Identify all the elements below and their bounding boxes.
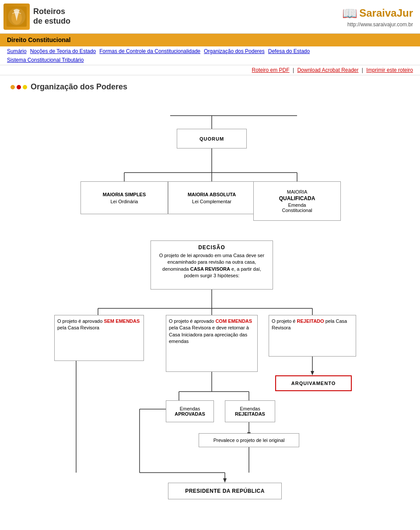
title-dots bbox=[10, 85, 27, 89]
decisao-box: DECISÃO O projeto de lei aprovado em uma… bbox=[150, 240, 273, 290]
download-acrobat-link[interactable]: Download Acrobat Reader bbox=[297, 67, 358, 73]
nav-defesa[interactable]: Defesa do Estado bbox=[268, 48, 310, 54]
saraiva-brand: 📖 SaraivaJur bbox=[342, 6, 413, 21]
maioria-absoluta-box: MAIORIA ABSOLUTA Lei Complementar bbox=[168, 181, 256, 214]
com-emendas-box: O projeto é aprovado COM EMENDAS pela Ca… bbox=[166, 315, 258, 372]
svg-point-1 bbox=[11, 11, 22, 25]
quorum-box: QUORUM bbox=[177, 129, 247, 148]
decisao-body: O projeto de lei aprovado em uma Casa de… bbox=[154, 252, 269, 279]
svg-marker-28 bbox=[223, 478, 227, 483]
svg-marker-15 bbox=[311, 371, 314, 375]
svg-rect-0 bbox=[7, 7, 27, 27]
maioria-simples-box: MAIORIA SIMPLES Lei Ordinária bbox=[80, 181, 168, 214]
nav-bar: Direito Constitucional bbox=[0, 34, 420, 46]
book-icon: 📖 bbox=[342, 6, 357, 21]
dot-1 bbox=[10, 85, 15, 89]
presidente-box: PRESIDENTE DA REPÚBLICA bbox=[168, 483, 282, 499]
roteiro-pdf-link[interactable]: Roteiro em PDF bbox=[252, 67, 290, 73]
nav-title: Direito Constitucional bbox=[0, 34, 77, 46]
emendas-rejeitadas-box: Emendas REJEITADAS bbox=[225, 400, 275, 422]
main-content: Organização dos Poderes bbox=[0, 75, 420, 502]
nav-nocoes[interactable]: Noções de Teoria do Estado bbox=[30, 48, 96, 54]
brand-name: SaraivaJur bbox=[359, 7, 413, 19]
prevalece-box: Prevalece o projeto de lei original bbox=[199, 433, 299, 447]
arquivamento-box: ARQUIVAMENTO bbox=[275, 375, 352, 391]
pdf-bar: Roteiro em PDF | Download Acrobat Reader… bbox=[0, 65, 420, 75]
maioria-qualificada-box: MAIORIA QUALIFICADA Emenda Constituciona… bbox=[253, 181, 341, 221]
dot-2 bbox=[17, 85, 21, 89]
imprimir-link[interactable]: Imprimir este roteiro bbox=[366, 67, 413, 73]
brand-url: http://www.saraivajur.com.br bbox=[342, 21, 413, 28]
nav-organizacao[interactable]: Organização dos Poderes bbox=[204, 48, 265, 54]
flowchart: QUORUM MAIORIA SIMPLES Lei Ordinária MAI… bbox=[10, 100, 410, 495]
header: Roteiros de estudo 📖 SaraivaJur http://w… bbox=[0, 0, 420, 34]
logo-right: 📖 SaraivaJur http://www.saraivajur.com.b… bbox=[342, 6, 413, 28]
nav-sistema[interactable]: Sistema Constitucional Tributário bbox=[7, 57, 84, 63]
nav-links2: Sistema Constitucional Tributário bbox=[0, 56, 420, 65]
emendas-aprovadas-box: Emendas APROVADAS bbox=[166, 400, 214, 422]
logo-left: Roteiros de estudo bbox=[4, 4, 70, 30]
logo-text: Roteiros de estudo bbox=[33, 7, 70, 26]
sem-emendas-box: O projeto é aprovado SEM EMENDAS pela Ca… bbox=[54, 315, 144, 361]
nav-formas[interactable]: Formas de Controle da Constitucionalidad… bbox=[99, 48, 200, 54]
logo-icon bbox=[4, 4, 30, 30]
nav-links: Sumário Noções de Teoria do Estado Forma… bbox=[0, 46, 420, 56]
dot-3 bbox=[23, 85, 27, 89]
nav-sumario[interactable]: Sumário bbox=[7, 48, 27, 54]
page-wrapper: Roteiros de estudo 📖 SaraivaJur http://w… bbox=[0, 0, 420, 530]
page-title: Organização dos Poderes bbox=[10, 82, 410, 92]
rejeitado-box: O projeto é REJEITADO pela Casa Revisora bbox=[269, 315, 356, 357]
